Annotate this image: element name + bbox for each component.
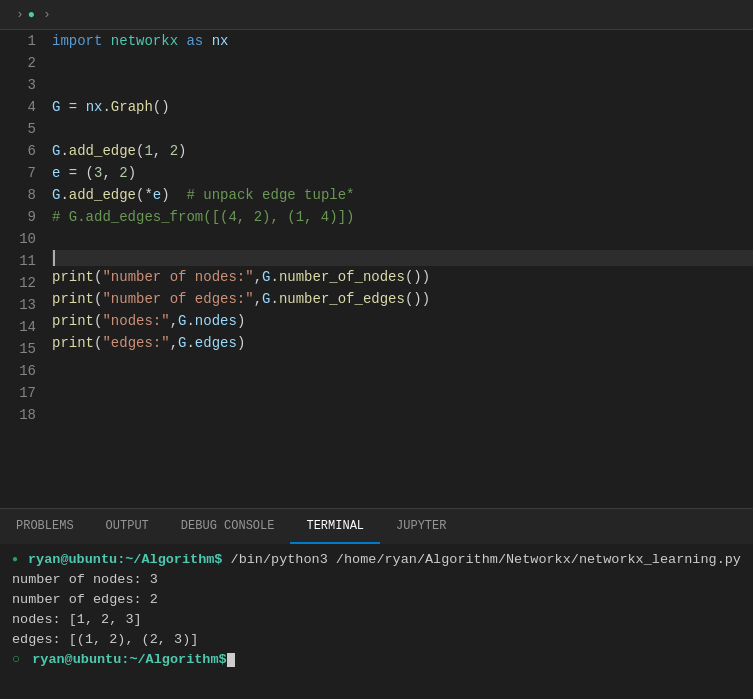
code-token: , [102,162,119,184]
code-token: networkx [111,30,178,52]
terminal-line: number of edges: 2 [12,590,741,610]
code-area[interactable]: 123456789101112131415161718 import netwo… [0,30,753,508]
code-line: # G.add_edges_from([(4, 2), (1, 4)]) [52,206,753,228]
line-number: 16 [16,360,36,382]
code-token: # unpack edge tuple* [186,184,354,206]
terminal-output[interactable]: ● ryan@ubuntu:~/Algorithm$ /bin/python3 … [0,544,753,699]
code-token: ( [136,140,144,162]
code-line [52,52,753,74]
code-token: G [52,96,60,118]
code-token: , [170,310,178,332]
code-line [52,118,753,140]
code-token: , [254,288,262,310]
terminal-command: /bin/python3 /home/ryan/Algorithm/Networ… [222,550,740,570]
terminal-output-text: number of edges: 2 [12,590,158,610]
terminal-line: nodes: [1, 2, 3] [12,610,741,630]
code-token: ( [94,266,102,288]
tab-problems[interactable]: PROBLEMS [0,509,90,544]
line-number: 4 [16,96,36,118]
code-token: G [262,288,270,310]
breadcrumb-file: ● [28,8,39,22]
code-token: import [52,30,102,52]
line-number: 15 [16,338,36,360]
line-number: 11 [16,250,36,272]
code-token: print [52,288,94,310]
code-line [52,398,753,420]
code-line: G.add_edge(*e) # unpack edge tuple* [52,184,753,206]
code-token: 2 [119,162,127,184]
tabs-bar: PROBLEMSOUTPUTDEBUG CONSOLETERMINALJUPYT… [0,508,753,544]
code-token: . [60,184,68,206]
line-number: 8 [16,184,36,206]
code-line: print("nodes:",G.nodes) [52,310,753,332]
code-line: G.add_edge(1, 2) [52,140,753,162]
line-number: 14 [16,316,36,338]
text-cursor [53,250,55,266]
code-token: G [52,184,60,206]
code-token: "number of edges:" [102,288,253,310]
line-number: 13 [16,294,36,316]
code-token: G [178,310,186,332]
code-token: print [52,332,94,354]
code-token: (* [136,184,153,206]
tab-debug-console[interactable]: DEBUG CONSOLE [165,509,291,544]
terminal-line: edges: [(1, 2), (2, 3)] [12,630,741,650]
code-token: nodes [195,310,237,332]
code-token: "edges:" [102,332,169,354]
code-token: . [102,96,110,118]
code-token: add_edge [69,140,136,162]
tab-output[interactable]: OUTPUT [90,509,165,544]
code-line [52,354,753,376]
terminal-line: number of nodes: 3 [12,570,741,590]
tab-terminal[interactable]: TERMINAL [290,509,380,544]
code-token: e [52,162,60,184]
terminal-output-text: nodes: [1, 2, 3] [12,610,142,630]
code-token: = ( [60,162,94,184]
code-token: nx [212,30,229,52]
code-line: print("number of nodes:",G.number_of_nod… [52,266,753,288]
line-number: 12 [16,272,36,294]
code-token: G [262,266,270,288]
editor: 123456789101112131415161718 import netwo… [0,30,753,508]
code-token: 3 [94,162,102,184]
terminal-prompt-ready: ryan@ubuntu:~/Algorithm$ [32,650,226,670]
code-token: ( [94,288,102,310]
code-token: add_edge [69,184,136,206]
code-content[interactable]: import networkx as nx G = nx.Graph() G.a… [48,30,753,508]
line-number: 10 [16,228,36,250]
code-line: print("edges:",G.edges) [52,332,753,354]
code-token: 1 [144,140,152,162]
code-line [52,228,753,250]
line-number: 3 [16,74,36,96]
code-token: ) [128,162,136,184]
code-token: # G.add_edges_from([(4, 2), (1, 4)]) [52,206,354,228]
code-token: G [178,332,186,354]
code-line [52,250,753,266]
code-token: . [186,332,194,354]
code-token: number_of_edges [279,288,405,310]
code-token [178,30,186,52]
line-number: 17 [16,382,36,404]
code-token: 2 [170,140,178,162]
code-token [203,30,211,52]
terminal-line: ● ryan@ubuntu:~/Algorithm$ /bin/python3 … [12,550,741,570]
code-token: . [270,266,278,288]
code-token: ) [161,184,186,206]
code-token [102,30,110,52]
tab-jupyter[interactable]: JUPYTER [380,509,462,544]
code-token: edges [195,332,237,354]
code-token: ()) [405,288,430,310]
code-line [52,74,753,96]
code-token: , [153,140,170,162]
code-token: nx [86,96,103,118]
code-token: G [52,140,60,162]
code-token: "nodes:" [102,310,169,332]
line-number: 1 [16,30,36,52]
terminal-dot: ● [12,550,24,570]
breadcrumb-sep-1: › [16,7,24,22]
code-token: number_of_nodes [279,266,405,288]
code-token: ( [94,332,102,354]
code-token: . [270,288,278,310]
line-number: 2 [16,52,36,74]
code-token: ()) [405,266,430,288]
